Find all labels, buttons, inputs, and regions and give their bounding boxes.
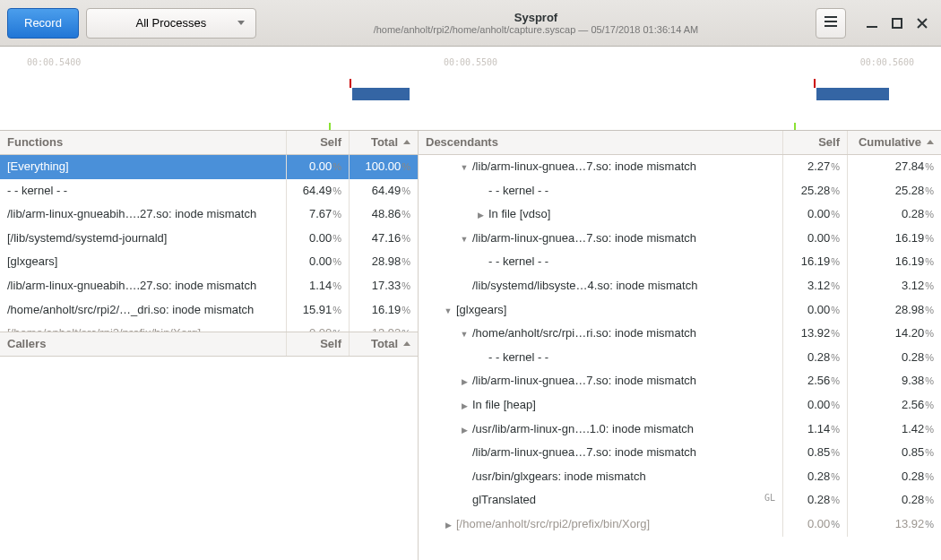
title-block: Sysprof /home/anholt/rpi2/home/anholt/ca… [263,11,808,35]
callers-col-name[interactable]: Callers [0,332,287,356]
function-total: 17.33% [350,274,418,298]
callers-col-total[interactable]: Total [350,332,418,356]
descendant-cumulative: 0.28% [848,346,941,370]
expander-right-icon[interactable]: ▶ [460,377,469,387]
descendants-col-cum[interactable]: Cumulative [848,131,941,154]
timeline-red-marker [350,79,351,88]
function-self: 0.00% [287,155,350,179]
descendant-self: 25.28% [783,179,848,203]
descendants-row[interactable]: ▶/lib/arm-linux-gnuea…7.so: inode mismat… [419,369,941,393]
headerbar: Record All Processes Sysprof /home/anhol… [0,0,941,47]
functions-row[interactable]: - - kernel - -64.49%64.49% [0,179,418,203]
timeline-sample-bar [352,88,410,100]
maximize-button[interactable] [891,17,903,30]
processes-combo-label: All Processes [136,16,207,30]
descendants-row[interactable]: ▶/usr/lib/arm-linux-gn….1.0: inode misma… [419,418,941,442]
minimize-button[interactable] [866,17,878,30]
processes-combo[interactable]: All Processes [86,8,256,39]
expander-right-icon[interactable]: ▶ [460,426,469,435]
functions-row[interactable]: [Everything]0.00%100.00% [0,155,418,179]
window-title: Sysprof [263,11,808,24]
descendant-cumulative: 0.85% [848,441,941,465]
time-label: 00:00.5600 [860,57,914,67]
descendants-row[interactable]: ▼/lib/arm-linux-gnuea…7.so: inode mismat… [419,155,941,179]
library-tag: GL [759,493,775,504]
functions-row[interactable]: [/home/anholt/src/rpi2/prefix/bin/Xorg]0… [0,322,418,332]
descendant-name: ▶/lib/arm-linux-gnuea…7.so: inode mismat… [419,369,783,393]
expander-down-icon[interactable]: ▼ [460,330,469,340]
descendants-row[interactable]: - - kernel - -16.19%16.19% [419,250,941,274]
descendant-self: 0.00% [783,393,848,418]
functions-row[interactable]: /lib/arm-linux-gnueabih….27.so: inode mi… [0,202,418,227]
descendant-cumulative: 2.56% [848,393,941,418]
descendant-name: - - kernel - - [419,346,783,370]
functions-body[interactable]: [Everything]0.00%100.00%- - kernel - -64… [0,155,418,332]
window-controls [853,17,934,30]
descendants-col-name[interactable]: Descendants [419,131,783,154]
descendant-name: ▼/lib/arm-linux-gnuea…7.so: inode mismat… [419,155,783,179]
descendant-name: ▼/lib/arm-linux-gnuea…7.so: inode mismat… [419,227,783,251]
timeline-red-marker [814,79,816,88]
descendants-row[interactable]: ▶In file [heap]0.00%2.56% [419,393,941,418]
descendant-cumulative: 13.92% [848,513,941,537]
function-self: 0.00% [287,322,350,332]
function-total: 64.49% [350,179,418,203]
functions-row[interactable]: [glxgears]0.00%28.98% [0,250,418,274]
expander-down-icon[interactable]: ▼ [460,235,469,245]
descendants-row[interactable]: ▶In file [vdso]0.00%0.28% [419,202,941,227]
descendants-row[interactable]: - - kernel - -25.28%25.28% [419,179,941,203]
callers-body[interactable] [0,357,418,560]
callers-panel: Callers Self Total [0,332,418,560]
descendants-row[interactable]: ▼/home/anholt/src/rpi…ri.so: inode misma… [419,322,941,346]
descendants-row[interactable]: /lib/systemd/libsyste…4.so: inode mismat… [419,274,941,298]
descendants-row[interactable]: ▼[glxgears]0.00%28.98% [419,298,941,323]
functions-row[interactable]: /lib/arm-linux-gnueabih….27.so: inode mi… [0,274,418,298]
descendant-name: ▶/usr/lib/arm-linux-gn….1.0: inode misma… [419,418,783,442]
descendants-row[interactable]: ▶[/home/anholt/src/rpi2/prefix/bin/Xorg]… [419,513,941,537]
function-name: - - kernel - - [0,179,287,203]
descendant-cumulative: 14.20% [848,322,941,346]
close-button[interactable] [916,17,928,30]
timeline-green-tick [794,123,796,130]
function-name: [/home/anholt/src/rpi2/prefix/bin/Xorg] [0,322,287,332]
descendant-cumulative: 9.38% [848,369,941,393]
descendants-row[interactable]: /usr/bin/glxgears: inode mismatch0.28%0.… [419,465,941,489]
timeline[interactable]: 00:00.5400 00:00.5500 00:00.5600 [0,47,941,131]
svg-rect-0 [867,26,877,28]
record-button[interactable]: Record [7,8,79,39]
expander-right-icon[interactable]: ▶ [476,211,485,220]
descendants-col-self[interactable]: Self [783,131,848,154]
function-self: 7.67% [287,202,350,227]
function-name: /lib/arm-linux-gnueabih….27.so: inode mi… [0,274,287,298]
descendants-body[interactable]: ▼/lib/arm-linux-gnuea…7.so: inode mismat… [419,155,941,560]
function-name: /home/anholt/src/rpi2/…_dri.so: inode mi… [0,298,287,323]
descendant-self: 13.92% [783,322,848,346]
functions-row[interactable]: /home/anholt/src/rpi2/…_dri.so: inode mi… [0,298,418,323]
hamburger-menu-button[interactable] [816,8,846,39]
descendant-cumulative: 25.28% [848,179,941,203]
callers-col-self[interactable]: Self [287,332,350,356]
window-subtitle: /home/anholt/rpi2/home/anholt/capture.sy… [263,24,808,35]
descendant-name: ▼/home/anholt/src/rpi…ri.so: inode misma… [419,322,783,346]
descendants-row[interactable]: glTranslatedGL0.28%0.28% [419,488,941,513]
functions-col-total[interactable]: Total [350,131,418,154]
descendant-self: 2.27% [783,155,848,179]
sort-indicator-icon [403,341,410,346]
descendant-name: ▼[glxgears] [419,298,783,323]
functions-col-name[interactable]: Functions [0,131,287,154]
functions-col-self[interactable]: Self [287,131,350,154]
descendants-row[interactable]: ▼/lib/arm-linux-gnuea…7.so: inode mismat… [419,227,941,251]
function-total: 13.92% [350,322,418,332]
expander-down-icon[interactable]: ▼ [444,306,453,316]
expander-down-icon[interactable]: ▼ [460,163,469,173]
descendant-name: - - kernel - - [419,250,783,274]
function-self: 15.91% [287,298,350,323]
descendants-row[interactable]: /lib/arm-linux-gnuea…7.so: inode mismatc… [419,441,941,465]
descendants-row[interactable]: - - kernel - -0.28%0.28% [419,346,941,370]
expander-right-icon[interactable]: ▶ [444,521,453,530]
descendant-self: 1.14% [783,418,848,442]
functions-row[interactable]: [/lib/systemd/systemd-journald]0.00%47.1… [0,227,418,251]
function-self: 1.14% [287,274,350,298]
descendants-panel: Descendants Self Cumulative ▼/lib/arm-li… [419,131,941,560]
expander-right-icon[interactable]: ▶ [460,401,469,411]
